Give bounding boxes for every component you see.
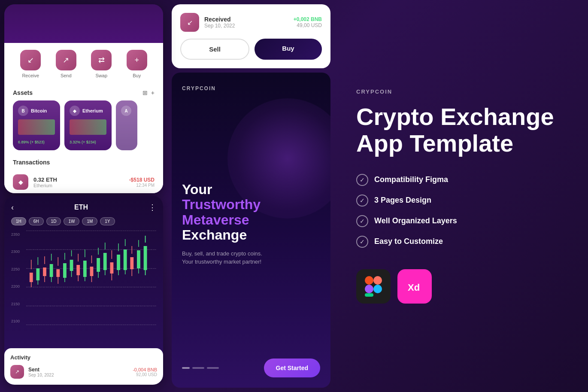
ethereum-card[interactable]: ◆ Etherium 3.32% (+ $234) (64, 100, 112, 150)
assets-controls: ⊞ + (142, 89, 155, 96)
candlestick-chart: 2350 2300 2250 2200 2150 2100 (11, 231, 156, 325)
filter-icon[interactable]: ⊞ (142, 89, 148, 96)
received-info: Received Sep 10, 2022 (204, 16, 288, 29)
ethereum-card-header: ◆ Etherium (70, 106, 106, 116)
sent-crypto: -0,004 BNB (133, 367, 157, 372)
send-label: Send (61, 73, 72, 78)
eth-tx-time: 12:34 PM (129, 183, 155, 188)
send-action[interactable]: ↗ Send (56, 50, 76, 78)
sent-label: Sent (28, 367, 128, 373)
svg-rect-55 (137, 250, 140, 268)
feature-label-4: Easy to Customize (374, 237, 443, 246)
y-label-2: 2300 (11, 249, 20, 254)
sent-amount: -0,004 BNB 92,00 USD (133, 367, 157, 377)
activity-row-sent[interactable]: ↗ Sent Sep 10, 2022 -0,004 BNB 92,00 USD (10, 365, 157, 379)
chart-coin-title: ETH (74, 204, 88, 211)
svg-rect-49 (124, 249, 127, 270)
chart-menu-button[interactable]: ⋮ (149, 203, 156, 212)
svg-rect-25 (70, 260, 73, 271)
pagination-dots (182, 367, 219, 369)
add-icon[interactable]: + (151, 89, 155, 96)
buy-sell-card: ↙ Received Sep 10, 2022 +0,002 BNB 49,00… (172, 4, 330, 68)
time-1h[interactable]: 1H (11, 217, 26, 225)
third-asset-card[interactable]: A (116, 100, 137, 150)
receive-label: Receive (22, 73, 39, 78)
hero-title-your: Your (182, 182, 320, 197)
features-list: ✓ Compatibility Figma ✓ 3 Pages Design ✓… (356, 174, 567, 248)
svg-rect-7 (30, 273, 33, 282)
send-icon: ↗ (56, 50, 76, 70)
dot-2 (192, 367, 204, 369)
y-label-1: 2350 (11, 232, 20, 237)
hero-title-exchange: Exchange (182, 228, 320, 243)
buy-button[interactable]: Buy (255, 39, 322, 60)
ethereum-name: Etherium (82, 108, 103, 113)
dot-1 (182, 367, 190, 369)
feature-label-3: Well Organized Layers (374, 216, 457, 225)
sent-usd: 92,00 USD (133, 372, 157, 377)
swap-action[interactable]: ⇄ Swap (91, 50, 112, 78)
eth-tx-info: 0.32 ETH Etherium (33, 176, 124, 188)
sent-activity-icon: ↗ (10, 365, 24, 379)
time-1d[interactable]: 1D (46, 217, 61, 225)
time-6h[interactable]: 6H (29, 217, 44, 225)
wallet-header (4, 4, 163, 43)
third-icon-header: A (121, 106, 132, 116)
mobile-wallet-screen: ↙ Receive ↗ Send ⇄ Swap + Buy Assets ⊞ + (4, 4, 163, 193)
check-icon-3: ✓ (356, 215, 368, 227)
activity-title: Activity (10, 354, 157, 361)
receive-action[interactable]: ↙ Receive (20, 50, 41, 78)
hero-subtitle: Buy, sell, and trade crypto coins. Your … (182, 249, 320, 266)
check-icon-1: ✓ (356, 174, 368, 186)
svg-rect-28 (76, 265, 80, 275)
svg-rect-46 (117, 255, 120, 270)
assets-section: Assets ⊞ + B Bitcoin 6.89% (+ $523) (4, 85, 163, 155)
sell-button[interactable]: Sell (180, 39, 249, 60)
eth-tx-usd: -$518 USD (129, 177, 155, 183)
bitcoin-chart (18, 119, 55, 135)
ethereum-chart (70, 119, 106, 135)
hero-sub-line1: Buy, sell, and trade crypto coins. (182, 250, 262, 257)
svg-rect-58 (144, 246, 147, 270)
received-usd: 49,00 USD (294, 22, 322, 28)
transaction-row-eth[interactable]: ◆ 0.32 ETH Etherium -$518 USD 12:34 PM (13, 170, 155, 193)
received-amount: +0,002 BNB 49,00 USD (294, 16, 322, 28)
feature-compatibility: ✓ Compatibility Figma (356, 174, 567, 186)
bitcoin-card-header: B Bitcoin (18, 106, 55, 116)
buy-icon: + (127, 50, 147, 70)
check-icon-2: ✓ (356, 194, 368, 207)
y-label-3: 2250 (11, 267, 20, 271)
svg-rect-10 (36, 268, 39, 280)
svg-rect-52 (130, 257, 133, 269)
get-started-button[interactable]: Get Started (264, 359, 320, 377)
bitcoin-card[interactable]: B Bitcoin 6.89% (+ $523) (13, 100, 60, 150)
svg-rect-43 (110, 262, 113, 273)
received-crypto: +0,002 BNB (294, 16, 322, 22)
svg-rect-62 (365, 285, 373, 293)
feature-customize: ✓ Easy to Customize (356, 236, 567, 248)
received-label: Received (204, 16, 288, 23)
buy-sell-buttons: Sell Buy (180, 39, 322, 60)
y-axis-labels: 2350 2300 2250 2200 2150 2100 (11, 231, 20, 325)
sent-date: Sep 10, 2022 (28, 373, 128, 377)
hero-title-metaverse: Metaverse (182, 213, 320, 228)
back-button[interactable]: ‹ (11, 203, 14, 212)
swap-icon: ⇄ (91, 50, 112, 70)
hero-sub-line2: Your trustworthy market partner! (182, 258, 261, 265)
mobile-chart-screen: ‹ ETH ⋮ 1H 6H 1D 1W 1M 1Y 2350 2300 2250… (4, 196, 163, 385)
assets-header: Assets ⊞ + (13, 89, 155, 96)
y-label-4: 2200 (11, 284, 20, 289)
svg-rect-40 (103, 253, 107, 270)
time-1m[interactable]: 1M (82, 217, 97, 225)
hero-title-trustworthy: Trustworthy (182, 197, 320, 212)
eth-tx-value: -$518 USD 12:34 PM (129, 177, 155, 188)
time-1y[interactable]: 1Y (100, 217, 115, 225)
svg-rect-16 (50, 264, 53, 277)
buy-action[interactable]: + Buy (127, 50, 147, 78)
sent-activity-info: Sent Sep 10, 2022 (28, 367, 128, 377)
svg-rect-13 (43, 267, 46, 276)
y-label-6: 2100 (11, 319, 20, 323)
time-1w[interactable]: 1W (64, 217, 79, 225)
left-panel: ↙ Receive ↗ Send ⇄ Swap + Buy Assets ⊞ + (0, 0, 167, 392)
svg-rect-31 (83, 261, 87, 277)
